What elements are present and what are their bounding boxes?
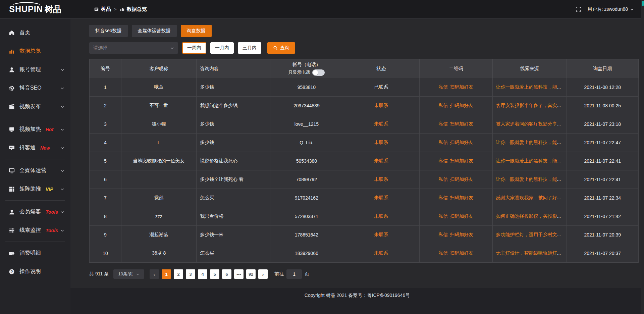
scan-add-friend-link[interactable]: 扫码加好友 [450, 195, 473, 200]
scan-add-friend-link[interactable]: 扫码加好友 [450, 232, 473, 237]
sidebar-item-matrix-boost[interactable]: 矩阵助推VIP [0, 180, 70, 198]
sidebar-item-video-heating[interactable]: 视频加热Hot [0, 120, 70, 139]
user-menu[interactable]: 用户名: zswodun88 [587, 6, 634, 12]
qr-cell: 私信扫码加好友 [419, 226, 492, 244]
bar-chart-icon [9, 48, 15, 54]
sidebar-item-operation-guide[interactable]: ?操作说明 [0, 262, 70, 281]
tab-omni-media-data[interactable]: 全媒体运营数据 [132, 25, 177, 37]
sidebar-item-douyin-seo[interactable]: 抖音SEO [0, 79, 70, 97]
lead-source-link[interactable]: 让你一眼就爱上的黑科技，能 [496, 84, 557, 90]
data-tabs: 抖音seo数据全媒体运营数据询盘数据 [89, 25, 639, 37]
private-message-link[interactable]: 私信 [438, 176, 448, 182]
private-message-link[interactable]: 私信 [438, 250, 448, 256]
page-scrollbar [641, 0, 644, 314]
goto-label: 前往 [274, 271, 284, 277]
table-row: 7觉然怎么买917024162未联系私信扫码加好友感谢大家喜欢我家，被问了好..… [90, 189, 639, 207]
scan-add-friend-link[interactable]: 扫码加好友 [450, 140, 473, 145]
lead-source-link[interactable]: 让你一眼就爱上的黑科技，能 [496, 176, 557, 182]
lead-source-link[interactable]: 感谢大家喜欢我家，被问了好 [496, 195, 557, 200]
breadcrumb-root[interactable]: 树品 [94, 6, 111, 12]
private-message-link[interactable]: 私信 [438, 232, 448, 237]
page-button-4[interactable]: 4 [198, 269, 207, 279]
account-select[interactable]: 请选择 [89, 42, 178, 54]
sidebar-item-member-burst[interactable]: 会员爆客Tools [0, 203, 70, 221]
goto-page-input[interactable] [286, 269, 302, 279]
page-button-6[interactable]: 6 [222, 269, 231, 279]
phone-only-toggle[interactable] [312, 69, 325, 76]
column-header-account: 帐号（电话）只显示电话 [270, 59, 343, 78]
fullscreen-icon[interactable] [576, 6, 581, 12]
customer-nickname: 不可一世 [121, 97, 196, 115]
page-button-1[interactable]: 1 [162, 269, 171, 279]
lead-source-link[interactable]: 无主灯设计，智能磁吸轨道灯 [496, 250, 557, 256]
page-button-5[interactable]: 5 [210, 269, 219, 279]
scan-add-friend-link[interactable]: 扫码加好友 [450, 121, 473, 126]
sidebar-item-data-overview[interactable]: 数据总览 [0, 42, 70, 60]
scan-add-friend-link[interactable]: 扫码加好友 [450, 84, 473, 90]
sidebar-item-label: 首页 [19, 29, 30, 36]
tab-douyin-seo-data[interactable]: 抖音seo数据 [89, 25, 128, 37]
filter-bar: 请选择 一周内一月内三月内 查询 [89, 42, 639, 54]
sidebar-item-omni-media[interactable]: 全媒体运营 [0, 161, 70, 180]
customer-nickname: 觉然 [121, 189, 196, 207]
page-button-3[interactable]: 3 [186, 269, 195, 279]
lead-source-link[interactable]: 让你一眼就爱上的黑科技，能 [496, 140, 557, 145]
period-button-week[interactable]: 一周内 [182, 42, 206, 54]
sidebar-item-consumption-detail[interactable]: 消费明细 [0, 244, 70, 262]
query-button[interactable]: 查询 [267, 42, 295, 54]
lead-source-link[interactable]: 客厅安装投影半年多了，真实 [496, 103, 557, 108]
private-message-link[interactable]: 私信 [438, 140, 448, 145]
sidebar-item-badge: Tools [46, 209, 58, 215]
scrollbar-thumb[interactable] [642, 1, 644, 6]
sidebar-item-doukoutong[interactable]: 抖客通New [0, 139, 70, 157]
customer-nickname: 当地比较能吃的一位美女 [121, 152, 196, 170]
scan-add-friend-link[interactable]: 扫码加好友 [450, 213, 473, 219]
row-number: 3 [90, 115, 121, 134]
next-page-button[interactable]: › [258, 269, 268, 279]
wallet-icon [9, 250, 15, 256]
chevron-down-icon [60, 68, 64, 72]
sidebar-item-label: 账号管理 [19, 66, 41, 73]
private-message-link[interactable]: 私信 [438, 121, 448, 126]
tab-inquiry-data[interactable]: 询盘数据 [181, 25, 212, 37]
scan-add-friend-link[interactable]: 扫码加好友 [450, 250, 473, 256]
lead-source-link[interactable]: 如何正确选择投影仪，买投影 [496, 213, 557, 219]
private-message-link[interactable]: 私信 [438, 213, 448, 219]
period-button-month[interactable]: 一月内 [210, 42, 234, 54]
scan-add-friend-link[interactable]: 扫码加好友 [450, 176, 473, 182]
lead-source-link[interactable]: 被大家追着问的客厅投影分享 [496, 121, 557, 126]
copyright-text: Copyright 树品 2021 备案号：粤ICP备09019646号 [305, 293, 410, 298]
period-button-quarter[interactable]: 三月内 [238, 42, 261, 54]
table-row: 8zzz我只看价格572803371未联系私信扫码加好友如何正确选择投影仪，买投… [90, 207, 639, 226]
lead-source-link[interactable]: 让你一眼就爱上的黑科技，能 [496, 158, 557, 163]
page-ellipsis-button[interactable]: ••• [234, 269, 244, 279]
qr-cell: 私信扫码加好友 [419, 97, 492, 115]
page-button-2[interactable]: 2 [174, 269, 183, 279]
lead-source-link[interactable]: 多功能护栏灯，适用于乡村文 [496, 232, 557, 237]
sidebar-item-lead-monitor[interactable]: 线索监控Tools [0, 221, 70, 240]
private-message-link[interactable]: 私信 [438, 84, 448, 90]
page-footer: Copyright 树品 2021 备案号：粤ICP备09019646号 [70, 288, 644, 314]
sidebar-divider [5, 118, 65, 118]
page-size-select[interactable]: 10条/页 [113, 269, 144, 279]
sidebar-item-home[interactable]: 首页 [0, 23, 70, 42]
bar-chart-icon [120, 7, 125, 12]
page-button-92[interactable]: 92 [246, 269, 256, 279]
search-icon [273, 46, 278, 50]
customer-nickname: 哦章 [121, 78, 196, 97]
scan-add-friend-link[interactable]: 扫码加好友 [450, 103, 473, 108]
lead-source-cell: 让你一眼就爱上的黑科技，能... [492, 170, 567, 189]
scan-add-friend-link[interactable]: 扫码加好友 [450, 158, 473, 163]
breadcrumb-separator: > [114, 7, 117, 12]
sidebar-item-account-management[interactable]: 账号管理 [0, 60, 70, 79]
private-message-link[interactable]: 私信 [438, 103, 448, 108]
breadcrumb-current-label: 数据总览 [127, 6, 147, 12]
sidebar-item-video-publish[interactable]: 视频发布 [0, 97, 70, 116]
ellipsis-text: ... [557, 176, 561, 182]
inquiry-content: 多少钱一米 [197, 226, 270, 244]
private-message-link[interactable]: 私信 [438, 195, 448, 200]
pagination: 共 911 条 10条/页 ‹ 123456•••92 › 前往 页 [89, 269, 639, 279]
account-value: love__1215 [270, 115, 343, 134]
private-message-link[interactable]: 私信 [438, 158, 448, 163]
prev-page-button[interactable]: ‹ [150, 269, 159, 279]
